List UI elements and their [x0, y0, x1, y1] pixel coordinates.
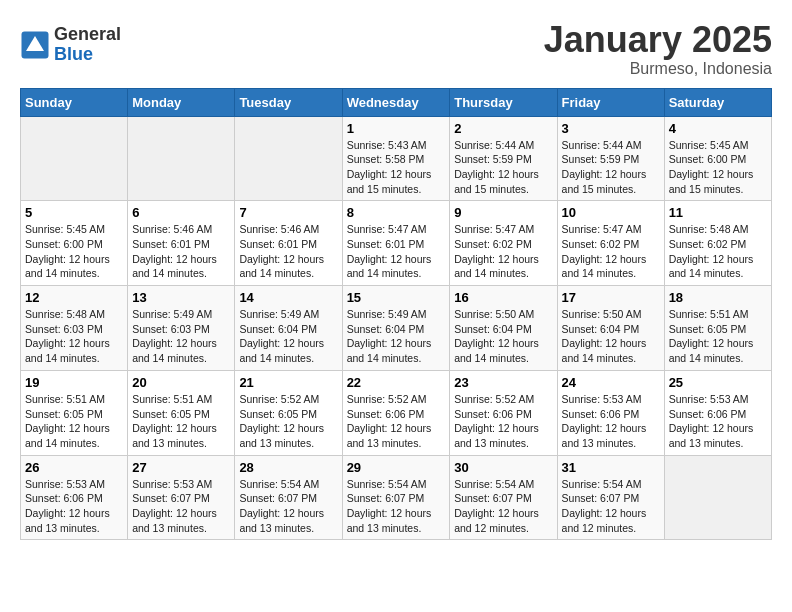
weekday-header-thursday: Thursday: [450, 88, 557, 116]
day-number: 11: [669, 205, 767, 220]
day-info: Sunrise: 5:47 AM Sunset: 6:01 PM Dayligh…: [347, 222, 446, 281]
day-number: 12: [25, 290, 123, 305]
day-info: Sunrise: 5:51 AM Sunset: 6:05 PM Dayligh…: [132, 392, 230, 451]
day-number: 9: [454, 205, 552, 220]
day-number: 22: [347, 375, 446, 390]
day-info: Sunrise: 5:49 AM Sunset: 6:04 PM Dayligh…: [347, 307, 446, 366]
weekday-header-saturday: Saturday: [664, 88, 771, 116]
day-info: Sunrise: 5:50 AM Sunset: 6:04 PM Dayligh…: [454, 307, 552, 366]
calendar-cell: 19Sunrise: 5:51 AM Sunset: 6:05 PM Dayli…: [21, 370, 128, 455]
calendar-cell: 3Sunrise: 5:44 AM Sunset: 5:59 PM Daylig…: [557, 116, 664, 201]
day-info: Sunrise: 5:47 AM Sunset: 6:02 PM Dayligh…: [562, 222, 660, 281]
day-number: 21: [239, 375, 337, 390]
day-number: 17: [562, 290, 660, 305]
calendar-cell: 30Sunrise: 5:54 AM Sunset: 6:07 PM Dayli…: [450, 455, 557, 540]
calendar-cell: 21Sunrise: 5:52 AM Sunset: 6:05 PM Dayli…: [235, 370, 342, 455]
calendar-cell: [235, 116, 342, 201]
day-info: Sunrise: 5:47 AM Sunset: 6:02 PM Dayligh…: [454, 222, 552, 281]
day-number: 28: [239, 460, 337, 475]
calendar-cell: 14Sunrise: 5:49 AM Sunset: 6:04 PM Dayli…: [235, 286, 342, 371]
calendar-week-4: 19Sunrise: 5:51 AM Sunset: 6:05 PM Dayli…: [21, 370, 772, 455]
calendar-cell: 28Sunrise: 5:54 AM Sunset: 6:07 PM Dayli…: [235, 455, 342, 540]
calendar-cell: [128, 116, 235, 201]
calendar-cell: 16Sunrise: 5:50 AM Sunset: 6:04 PM Dayli…: [450, 286, 557, 371]
day-number: 5: [25, 205, 123, 220]
calendar-cell: 23Sunrise: 5:52 AM Sunset: 6:06 PM Dayli…: [450, 370, 557, 455]
calendar-cell: 24Sunrise: 5:53 AM Sunset: 6:06 PM Dayli…: [557, 370, 664, 455]
day-info: Sunrise: 5:45 AM Sunset: 6:00 PM Dayligh…: [669, 138, 767, 197]
calendar-week-3: 12Sunrise: 5:48 AM Sunset: 6:03 PM Dayli…: [21, 286, 772, 371]
day-number: 26: [25, 460, 123, 475]
calendar-cell: 12Sunrise: 5:48 AM Sunset: 6:03 PM Dayli…: [21, 286, 128, 371]
calendar-cell: 8Sunrise: 5:47 AM Sunset: 6:01 PM Daylig…: [342, 201, 450, 286]
day-number: 13: [132, 290, 230, 305]
weekday-header-wednesday: Wednesday: [342, 88, 450, 116]
day-number: 18: [669, 290, 767, 305]
day-info: Sunrise: 5:44 AM Sunset: 5:59 PM Dayligh…: [562, 138, 660, 197]
day-number: 29: [347, 460, 446, 475]
calendar-cell: 7Sunrise: 5:46 AM Sunset: 6:01 PM Daylig…: [235, 201, 342, 286]
calendar-cell: 15Sunrise: 5:49 AM Sunset: 6:04 PM Dayli…: [342, 286, 450, 371]
day-number: 1: [347, 121, 446, 136]
day-number: 19: [25, 375, 123, 390]
calendar-cell: [664, 455, 771, 540]
day-info: Sunrise: 5:52 AM Sunset: 6:06 PM Dayligh…: [347, 392, 446, 451]
day-number: 14: [239, 290, 337, 305]
day-number: 6: [132, 205, 230, 220]
day-info: Sunrise: 5:52 AM Sunset: 6:06 PM Dayligh…: [454, 392, 552, 451]
calendar-cell: 1Sunrise: 5:43 AM Sunset: 5:58 PM Daylig…: [342, 116, 450, 201]
day-info: Sunrise: 5:54 AM Sunset: 6:07 PM Dayligh…: [562, 477, 660, 536]
day-info: Sunrise: 5:54 AM Sunset: 6:07 PM Dayligh…: [454, 477, 552, 536]
calendar-cell: 29Sunrise: 5:54 AM Sunset: 6:07 PM Dayli…: [342, 455, 450, 540]
calendar-cell: 5Sunrise: 5:45 AM Sunset: 6:00 PM Daylig…: [21, 201, 128, 286]
day-number: 31: [562, 460, 660, 475]
calendar-cell: 20Sunrise: 5:51 AM Sunset: 6:05 PM Dayli…: [128, 370, 235, 455]
day-number: 30: [454, 460, 552, 475]
day-number: 2: [454, 121, 552, 136]
calendar-cell: 31Sunrise: 5:54 AM Sunset: 6:07 PM Dayli…: [557, 455, 664, 540]
calendar-cell: 6Sunrise: 5:46 AM Sunset: 6:01 PM Daylig…: [128, 201, 235, 286]
calendar-cell: 27Sunrise: 5:53 AM Sunset: 6:07 PM Dayli…: [128, 455, 235, 540]
day-number: 16: [454, 290, 552, 305]
day-info: Sunrise: 5:50 AM Sunset: 6:04 PM Dayligh…: [562, 307, 660, 366]
day-number: 20: [132, 375, 230, 390]
calendar-cell: 9Sunrise: 5:47 AM Sunset: 6:02 PM Daylig…: [450, 201, 557, 286]
logo-icon: [20, 30, 50, 60]
day-number: 25: [669, 375, 767, 390]
day-number: 4: [669, 121, 767, 136]
day-number: 23: [454, 375, 552, 390]
calendar-cell: [21, 116, 128, 201]
calendar-week-5: 26Sunrise: 5:53 AM Sunset: 6:06 PM Dayli…: [21, 455, 772, 540]
logo-general: General: [54, 25, 121, 45]
day-info: Sunrise: 5:46 AM Sunset: 6:01 PM Dayligh…: [239, 222, 337, 281]
day-info: Sunrise: 5:49 AM Sunset: 6:04 PM Dayligh…: [239, 307, 337, 366]
logo: General Blue: [20, 25, 121, 65]
page-header: General Blue January 2025 Burmeso, Indon…: [20, 20, 772, 78]
day-number: 10: [562, 205, 660, 220]
day-info: Sunrise: 5:54 AM Sunset: 6:07 PM Dayligh…: [239, 477, 337, 536]
title-block: January 2025 Burmeso, Indonesia: [544, 20, 772, 78]
day-info: Sunrise: 5:53 AM Sunset: 6:06 PM Dayligh…: [25, 477, 123, 536]
day-info: Sunrise: 5:54 AM Sunset: 6:07 PM Dayligh…: [347, 477, 446, 536]
day-info: Sunrise: 5:46 AM Sunset: 6:01 PM Dayligh…: [132, 222, 230, 281]
day-info: Sunrise: 5:45 AM Sunset: 6:00 PM Dayligh…: [25, 222, 123, 281]
day-number: 27: [132, 460, 230, 475]
day-info: Sunrise: 5:43 AM Sunset: 5:58 PM Dayligh…: [347, 138, 446, 197]
calendar-week-1: 1Sunrise: 5:43 AM Sunset: 5:58 PM Daylig…: [21, 116, 772, 201]
calendar-cell: 22Sunrise: 5:52 AM Sunset: 6:06 PM Dayli…: [342, 370, 450, 455]
calendar-week-2: 5Sunrise: 5:45 AM Sunset: 6:00 PM Daylig…: [21, 201, 772, 286]
calendar-cell: 4Sunrise: 5:45 AM Sunset: 6:00 PM Daylig…: [664, 116, 771, 201]
calendar-cell: 2Sunrise: 5:44 AM Sunset: 5:59 PM Daylig…: [450, 116, 557, 201]
logo-blue: Blue: [54, 45, 121, 65]
day-info: Sunrise: 5:51 AM Sunset: 6:05 PM Dayligh…: [25, 392, 123, 451]
page-subtitle: Burmeso, Indonesia: [544, 60, 772, 78]
weekday-header-monday: Monday: [128, 88, 235, 116]
logo-text: General Blue: [54, 25, 121, 65]
page-title: January 2025: [544, 20, 772, 60]
calendar-cell: 10Sunrise: 5:47 AM Sunset: 6:02 PM Dayli…: [557, 201, 664, 286]
weekday-header-row: SundayMondayTuesdayWednesdayThursdayFrid…: [21, 88, 772, 116]
day-info: Sunrise: 5:53 AM Sunset: 6:06 PM Dayligh…: [562, 392, 660, 451]
day-number: 3: [562, 121, 660, 136]
day-info: Sunrise: 5:49 AM Sunset: 6:03 PM Dayligh…: [132, 307, 230, 366]
day-number: 15: [347, 290, 446, 305]
